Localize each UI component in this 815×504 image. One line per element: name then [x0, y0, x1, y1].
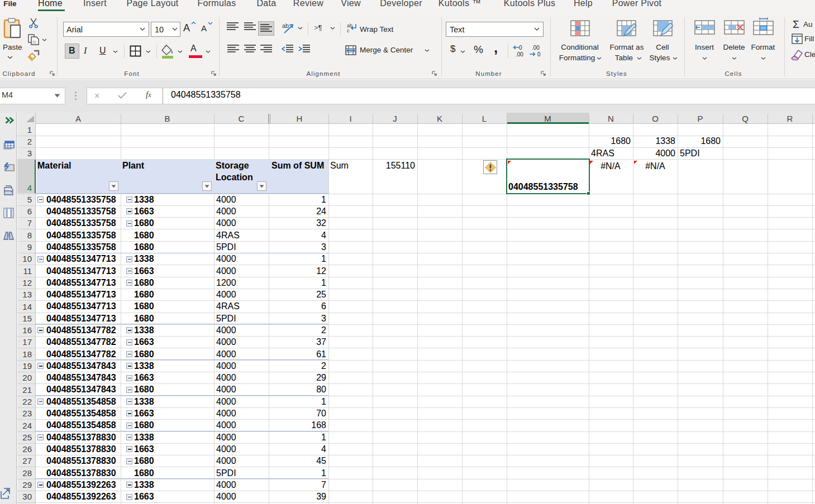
svg-text:ab: ab [282, 22, 289, 29]
svg-text:.00: .00 [516, 51, 523, 57]
svg-text:0: 0 [537, 51, 541, 57]
svg-text:.00: .00 [532, 45, 540, 51]
svg-text:0: 0 [519, 45, 522, 51]
svg-text:c: c [347, 28, 350, 33]
